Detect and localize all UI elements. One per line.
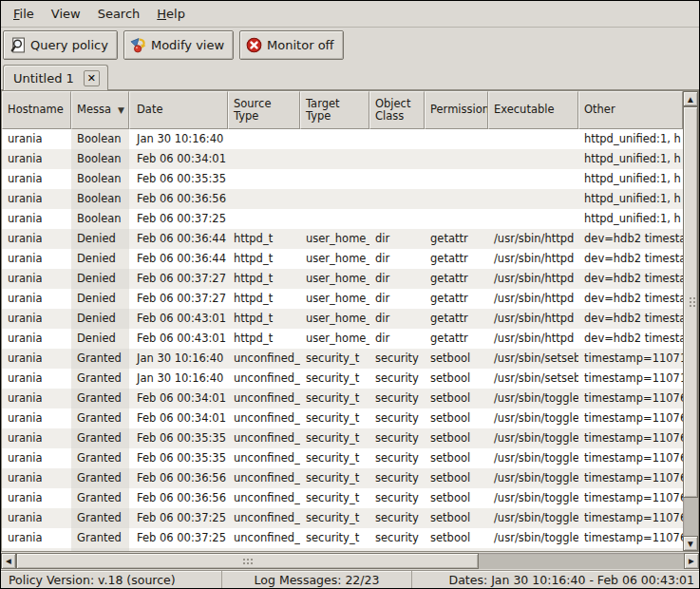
column-header-date[interactable]: Date bbox=[129, 91, 228, 129]
cell: security bbox=[369, 349, 425, 369]
scroll-up-button[interactable]: ▲ bbox=[683, 91, 698, 106]
tab-untitled-1[interactable]: Untitled 1 ✕ bbox=[3, 65, 108, 90]
table-row[interactable]: uraniaDeniedFeb 06 00:36:44httpd_tuser_h… bbox=[2, 249, 683, 269]
cell: /usr/sbin/toggle bbox=[488, 508, 578, 528]
cell: urania bbox=[2, 488, 71, 508]
column-header-label: Date bbox=[137, 104, 163, 117]
scroll-right-icon: ▶ bbox=[689, 557, 694, 565]
query-policy-button[interactable]: Query policy bbox=[3, 30, 118, 60]
cell: dev=hdb2 timesta bbox=[578, 309, 683, 329]
cell: Denied bbox=[71, 229, 129, 249]
cell: getattr bbox=[425, 269, 488, 289]
monitor-off-button[interactable]: Monitor off bbox=[239, 30, 343, 60]
table-row[interactable]: uraniaDeniedFeb 06 00:37:27httpd_tuser_h… bbox=[2, 269, 683, 289]
cell bbox=[228, 169, 300, 189]
table-row[interactable]: uraniaDeniedFeb 06 00:37:27httpd_tuser_h… bbox=[2, 289, 683, 309]
cell: Feb 06 00:35:35 bbox=[129, 448, 228, 468]
cell: Boolean bbox=[71, 169, 129, 189]
table-row[interactable]: uraniaGrantedFeb 06 00:35:35unconfined_s… bbox=[2, 428, 683, 448]
cell: user_home_ bbox=[300, 289, 369, 309]
modify-view-button[interactable]: Modify view bbox=[123, 30, 234, 60]
cell bbox=[488, 209, 578, 229]
table-row[interactable]: uraniaBooleanFeb 06 00:37:25httpd_unifie… bbox=[2, 209, 683, 229]
cell: httpd_unified:1, h bbox=[578, 149, 683, 169]
cell: Denied bbox=[71, 249, 129, 269]
cell bbox=[369, 149, 425, 169]
scroll-left-icon: ◀ bbox=[6, 557, 11, 565]
column-header-target-type[interactable]: Target Type bbox=[300, 91, 369, 129]
cell: /usr/sbin/httpd bbox=[488, 269, 578, 289]
column-header-messa[interactable]: Messa▼ bbox=[71, 91, 129, 129]
cell: unconfined_ bbox=[228, 428, 300, 448]
table-row[interactable]: uraniaGrantedFeb 06 00:36:56unconfined_s… bbox=[2, 468, 683, 488]
scroll-right-button[interactable]: ▶ bbox=[684, 553, 699, 569]
cell: timestamp=11076 bbox=[578, 508, 683, 528]
table-row[interactable]: uraniaGrantedFeb 06 00:37:25unconfined_s… bbox=[2, 508, 683, 528]
cell: getattr bbox=[425, 289, 488, 309]
cell bbox=[369, 169, 425, 189]
cell: Feb 06 00:35:35 bbox=[129, 169, 228, 189]
vertical-scrollbar[interactable]: ▲ ▼ bbox=[683, 91, 698, 551]
menu-item-file[interactable]: File bbox=[5, 3, 43, 25]
table-row[interactable]: uraniaGrantedFeb 06 00:35:35unconfined_s… bbox=[2, 448, 683, 468]
menu-item-view[interactable]: View bbox=[43, 3, 89, 25]
cell: security bbox=[369, 448, 425, 468]
cell bbox=[2, 548, 71, 551]
cell: security bbox=[369, 369, 425, 389]
table-row[interactable]: uraniaBooleanFeb 06 00:34:01httpd_unifie… bbox=[2, 149, 683, 169]
tab-bar: Untitled 1 ✕ bbox=[1, 63, 699, 90]
column-header-executable[interactable]: Executable bbox=[488, 91, 578, 129]
table-row[interactable]: uraniaDeniedFeb 06 00:36:44httpd_tuser_h… bbox=[2, 229, 683, 249]
cell: /usr/sbin/setseb bbox=[488, 369, 578, 389]
column-header-source-type[interactable]: Source Type bbox=[228, 91, 300, 129]
cell: Feb 06 00:37:25 bbox=[129, 209, 228, 229]
column-header-object-class[interactable]: Object Class bbox=[369, 91, 425, 129]
table-row[interactable]: uraniaDeniedFeb 06 00:43:01httpd_tuser_h… bbox=[2, 329, 683, 349]
column-header-hostname[interactable]: Hostname bbox=[2, 91, 71, 129]
app-window: FileViewSearchHelp Query policy Modify v… bbox=[0, 0, 700, 589]
tab-close-button[interactable]: ✕ bbox=[84, 70, 100, 86]
table-row[interactable]: uraniaBooleanFeb 06 00:35:35httpd_unifie… bbox=[2, 169, 683, 189]
cell: Feb 06 00:36:56 bbox=[129, 189, 228, 209]
vertical-scrollbar-thumb[interactable] bbox=[683, 106, 698, 498]
cell bbox=[369, 209, 425, 229]
cell: security_t bbox=[300, 448, 369, 468]
cell: unconfined_ bbox=[228, 389, 300, 408]
table-row[interactable]: uraniaDeniedFeb 06 00:43:01httpd_tuser_h… bbox=[2, 309, 683, 329]
table-row[interactable]: uraniaGrantedJan 30 10:16:40unconfined_s… bbox=[2, 369, 683, 389]
horizontal-scrollbar-thumb[interactable] bbox=[16, 553, 479, 569]
cell: httpd_unified:1, h bbox=[578, 129, 683, 149]
cell: unconfined_ bbox=[228, 369, 300, 389]
cell: security_t bbox=[300, 508, 369, 528]
cell: httpd_t bbox=[228, 329, 300, 349]
cell: urania bbox=[2, 269, 71, 289]
table-row[interactable]: uraniaGrantedFeb 06 00:34:01unconfined_s… bbox=[2, 389, 683, 408]
menu-item-search[interactable]: Search bbox=[89, 3, 149, 25]
cell: Granted bbox=[71, 528, 129, 548]
horizontal-scrollbar[interactable]: ◀ ▶ bbox=[1, 553, 699, 569]
cell bbox=[228, 189, 300, 209]
cell: /usr/sbin/toggle bbox=[488, 408, 578, 428]
scroll-down-button[interactable]: ▼ bbox=[683, 536, 698, 551]
table-row[interactable]: uraniaGrantedFeb 06 00:36:56unconfined_s… bbox=[2, 488, 683, 508]
cell: urania bbox=[2, 329, 71, 349]
cell: Jan 30 10:16:40 bbox=[129, 129, 228, 149]
cell: user_home_ bbox=[300, 249, 369, 269]
modify-view-label: Modify view bbox=[151, 38, 224, 52]
scroll-left-button[interactable]: ◀ bbox=[1, 553, 16, 569]
cell: unconfined_ bbox=[228, 508, 300, 528]
table-row[interactable]: uraniaBooleanFeb 06 00:36:56httpd_unifie… bbox=[2, 189, 683, 209]
table-row[interactable]: uraniaGrantedJan 30 10:16:40unconfined_s… bbox=[2, 349, 683, 369]
cell: Boolean bbox=[71, 189, 129, 209]
cell: Granted bbox=[71, 369, 129, 389]
cell: setbool bbox=[425, 488, 488, 508]
cell bbox=[300, 149, 369, 169]
table-body: uraniaBooleanJan 30 10:16:40httpd_unifie… bbox=[2, 129, 683, 551]
table-row[interactable]: uraniaGrantedFeb 06 00:34:01unconfined_s… bbox=[2, 408, 683, 428]
column-header-other[interactable]: Other bbox=[578, 91, 683, 129]
table-row[interactable]: uraniaBooleanJan 30 10:16:40httpd_unifie… bbox=[2, 129, 683, 149]
cell: /usr/sbin/toggle bbox=[488, 448, 578, 468]
column-header-permission[interactable]: Permission bbox=[425, 91, 488, 129]
menu-item-help[interactable]: Help bbox=[148, 3, 194, 25]
table-row[interactable]: uraniaGrantedFeb 06 00:37:25unconfined_s… bbox=[2, 528, 683, 548]
